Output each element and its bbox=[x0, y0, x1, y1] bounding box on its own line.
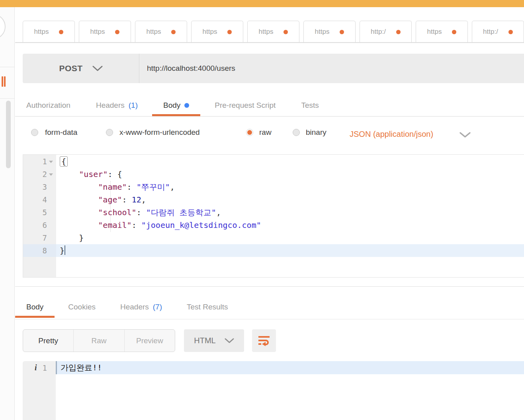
line-number-cell: 2 bbox=[23, 168, 56, 181]
tab-label: https bbox=[427, 28, 442, 36]
request-tab-1[interactable]: https bbox=[23, 21, 75, 43]
tab-test-results[interactable]: Test Results bbox=[176, 296, 239, 318]
line-number: 1 bbox=[43, 364, 47, 372]
request-subtabs: Authorization Headers(1) Body Pre-reques… bbox=[15, 95, 330, 116]
sidebar-scrollbar-thumb[interactable] bbox=[6, 101, 11, 168]
format-label: HTML bbox=[194, 336, 215, 345]
fold-arrow-icon[interactable] bbox=[49, 173, 53, 176]
request-tab-8[interactable]: https bbox=[416, 21, 468, 43]
response-format-dropdown[interactable]: HTML bbox=[184, 329, 244, 352]
radio-form-data[interactable] bbox=[31, 129, 38, 136]
request-subtabs-divider bbox=[15, 116, 524, 117]
unsaved-dot-icon bbox=[508, 30, 513, 34]
radio-label-urlencoded[interactable]: x-www-form-urlencoded bbox=[119, 128, 200, 137]
tab-authorization[interactable]: Authorization bbox=[15, 95, 82, 116]
request-tab-5[interactable]: https bbox=[247, 21, 299, 43]
response-line: i 1 가입완료!! bbox=[23, 361, 524, 374]
code-line: "name": "쭈꾸미", bbox=[56, 181, 524, 193]
preview-button[interactable]: Preview bbox=[125, 330, 175, 352]
code-line: "age": 12, bbox=[56, 193, 524, 206]
chevron-down-icon[interactable] bbox=[459, 132, 471, 138]
request-body-editor[interactable]: 1 { 2 "user": { 3 "name": "쭈꾸미", 4 "age"… bbox=[23, 154, 524, 278]
tab-label: http:/ bbox=[483, 28, 498, 36]
tab-label: Headers bbox=[96, 101, 125, 110]
word-wrap-button[interactable] bbox=[252, 329, 276, 352]
unsaved-dot-icon bbox=[340, 30, 344, 34]
response-active-line: 가입완료!! bbox=[56, 361, 524, 374]
app-top-bar bbox=[0, 0, 524, 7]
code-line-active: } bbox=[56, 244, 524, 257]
unsaved-dot-icon bbox=[59, 30, 63, 34]
line-number-cell: i 1 bbox=[23, 361, 56, 374]
tab-label: https bbox=[259, 28, 274, 36]
raw-button[interactable]: Raw bbox=[74, 330, 124, 352]
request-tab-6[interactable]: https bbox=[303, 21, 356, 43]
url-input[interactable]: http://localhost:4000/users bbox=[147, 54, 235, 83]
tab-cookies[interactable]: Cookies bbox=[57, 296, 107, 318]
tab-tests[interactable]: Tests bbox=[290, 95, 330, 116]
code-line: "user": { bbox=[56, 168, 524, 181]
fold-arrow-icon[interactable] bbox=[49, 161, 53, 163]
line-number-cell: 7 bbox=[23, 231, 56, 244]
request-tab-4[interactable]: https bbox=[191, 21, 243, 43]
sidebar-avatar-button[interactable] bbox=[0, 14, 6, 39]
method-label: POST bbox=[59, 64, 82, 73]
request-tab-2[interactable]: https bbox=[79, 21, 131, 43]
request-tab-3[interactable]: https bbox=[135, 21, 187, 43]
tabstrip-divider bbox=[15, 42, 524, 43]
unsaved-dot-icon bbox=[115, 30, 119, 34]
body-populated-dot-icon bbox=[184, 103, 189, 108]
sidebar-divider bbox=[0, 67, 14, 67]
pause-handle-icon[interactable] bbox=[4, 76, 6, 87]
tab-label: http:/ bbox=[371, 28, 386, 36]
headers-count-badge: (1) bbox=[129, 101, 138, 110]
unsaved-dot-icon bbox=[396, 30, 401, 34]
line-number-cell: 5 bbox=[23, 206, 56, 219]
chevron-down-icon bbox=[225, 338, 234, 343]
response-tabs: Body Cookies Headers(7) Test Results bbox=[15, 296, 239, 319]
tab-label: Body bbox=[163, 101, 180, 110]
tab-label: https bbox=[34, 28, 49, 36]
url-bar: POST http://localhost:4000/users bbox=[23, 54, 524, 83]
request-tab-9[interactable]: http:/ bbox=[472, 21, 524, 43]
code-line: "email": "jooeun_k@letsdingco.com" bbox=[56, 219, 524, 231]
tab-headers[interactable]: Headers(1) bbox=[85, 95, 149, 116]
response-body-viewer: i 1 가입완료!! bbox=[23, 361, 524, 420]
pause-handle-icon[interactable] bbox=[2, 76, 3, 87]
tab-label: https bbox=[203, 28, 217, 36]
method-dropdown[interactable]: POST bbox=[23, 54, 139, 83]
tab-label: Authorization bbox=[26, 101, 70, 110]
line-number-cell: 8 bbox=[23, 244, 56, 257]
radio-raw-selected[interactable] bbox=[246, 129, 253, 136]
tab-label: Test Results bbox=[187, 303, 228, 311]
radio-label-raw[interactable]: raw bbox=[259, 128, 272, 137]
pretty-button[interactable]: Pretty bbox=[23, 330, 74, 352]
code-line: "school": "다람쥐 초등학교", bbox=[56, 206, 524, 219]
request-tab-7[interactable]: http:/ bbox=[360, 21, 412, 43]
tab-label: https bbox=[90, 28, 105, 36]
tab-body[interactable]: Body bbox=[152, 95, 200, 116]
tab-label: Tests bbox=[301, 101, 319, 110]
tab-response-headers[interactable]: Headers(7) bbox=[109, 296, 173, 318]
response-view-toggle: Pretty Raw Preview bbox=[23, 329, 175, 352]
chevron-down-icon bbox=[92, 66, 103, 71]
tab-pre-request-script[interactable]: Pre-request Script bbox=[203, 95, 287, 116]
info-icon: i bbox=[35, 363, 37, 372]
code-line: { bbox=[56, 155, 524, 168]
radio-urlencoded[interactable] bbox=[106, 129, 113, 136]
radio-binary[interactable] bbox=[293, 129, 300, 136]
tab-label: Body bbox=[26, 303, 43, 311]
code-line: } bbox=[56, 231, 524, 244]
line-number-cell: 1 bbox=[23, 155, 56, 168]
line-number-cell: 4 bbox=[23, 193, 56, 206]
unsaved-dot-icon bbox=[227, 30, 232, 34]
word-wrap-icon bbox=[258, 335, 270, 346]
response-divider bbox=[15, 286, 524, 287]
tab-label: Headers bbox=[120, 303, 149, 311]
content-type-dropdown[interactable]: JSON (application/json) bbox=[350, 130, 433, 139]
headers-count-badge: (7) bbox=[153, 303, 162, 311]
radio-label-binary[interactable]: binary bbox=[306, 128, 327, 137]
tab-label: Cookies bbox=[68, 303, 96, 311]
radio-label-form-data[interactable]: form-data bbox=[45, 128, 77, 137]
tab-response-body[interactable]: Body bbox=[15, 296, 55, 318]
